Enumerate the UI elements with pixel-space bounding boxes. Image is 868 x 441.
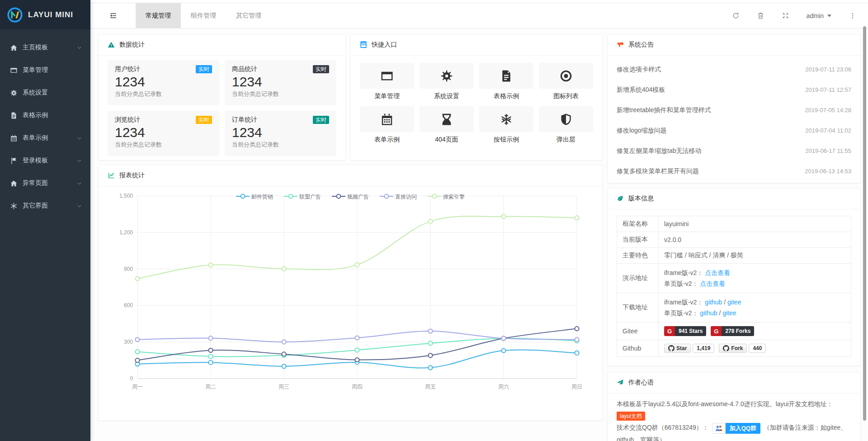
- sidebar-item-table-example[interactable]: 表格示例: [0, 104, 90, 127]
- quick-entry-button-example[interactable]: 按钮示例: [479, 106, 533, 144]
- github-fork-button[interactable]: Fork: [719, 344, 747, 353]
- card-header: 作者心语: [608, 372, 860, 394]
- link-line-prefix: 单页版-v2：: [664, 280, 700, 287]
- author-paragraph: 本模板基于layui2.5.4以及font-awesome-4.7.0进行实现。…: [617, 398, 851, 422]
- version-row-label: 框架名称: [617, 216, 659, 232]
- legend-label: 联盟广告: [299, 193, 321, 201]
- refresh-button[interactable]: [732, 12, 740, 19]
- layuimini-dashboard: LAYUI MINI 主页模板菜单管理系统设置表格示例表单示例登录模板异常页面其…: [0, 0, 868, 441]
- github-star-count[interactable]: 1,419: [693, 344, 714, 353]
- legend-直接访问[interactable]: 直接访问: [380, 193, 417, 201]
- legend-marker-icon: [380, 194, 393, 200]
- notice-date: 2019-06-17 11:55: [805, 147, 851, 154]
- main-content: 数据统计 用户统计实时1234当前分类总记录数商品统计实时1234当前分类总记录…: [90, 28, 868, 441]
- link-点击查看[interactable]: 点击查看: [705, 269, 730, 276]
- version-info-card: 版本信息 框架名称layuimini当前版本v2.0.0主要特色零门槛 / 响应…: [607, 188, 861, 366]
- stat-top: 浏览统计实时: [115, 116, 212, 124]
- link-点击查看[interactable]: 点击查看: [700, 280, 725, 287]
- tab-general[interactable]: 常规管理: [136, 3, 181, 28]
- top-bar: 常规管理组件管理其它管理 admin: [90, 3, 868, 28]
- tab-component[interactable]: 组件管理: [181, 3, 226, 28]
- layui-doc-badge[interactable]: layui文档: [617, 412, 645, 421]
- clear-button[interactable]: [757, 12, 764, 19]
- gear-icon: [440, 69, 453, 83]
- flag-icon: [10, 157, 18, 165]
- menu-fold-icon[interactable]: [90, 3, 136, 28]
- sidebar-item-login-template[interactable]: 登录模板: [0, 149, 90, 172]
- system-notice-card: 系统公告 修改选项卡样式2019-07-11 23:06新增系统404模板201…: [607, 34, 861, 183]
- user-menu[interactable]: admin: [807, 12, 832, 19]
- card-title: 作者心语: [628, 379, 654, 387]
- quick-entry-popup-layer[interactable]: 弹出层: [539, 106, 593, 144]
- quick-tile: [420, 106, 474, 132]
- sidebar-item-other-ui[interactable]: 其它界面: [0, 194, 90, 217]
- more-menu-button[interactable]: [849, 12, 856, 19]
- stat-label: 订单统计: [232, 116, 257, 124]
- version-row-value: v2.0.0: [659, 232, 851, 248]
- file-icon: [500, 69, 513, 83]
- sidebar-item-error-page[interactable]: 异常页面: [0, 172, 90, 194]
- card-header: 报表统计: [99, 165, 602, 186]
- github-fork-count[interactable]: 440: [749, 344, 766, 353]
- version-table-wrap: 框架名称layuimini当前版本v2.0.0主要特色零门槛 / 响应式 / 清…: [608, 209, 860, 363]
- stat-box: 商品统计实时1234当前分类总记录数: [225, 60, 336, 105]
- vertical-scrollbar-thumb[interactable]: [863, 26, 866, 421]
- sidebar-item-form-example[interactable]: 表单示例: [0, 127, 90, 149]
- tab-other[interactable]: 其它管理: [226, 3, 271, 28]
- legend-搜索引擎[interactable]: 搜索引擎: [428, 193, 465, 201]
- legend-marker-icon: [332, 194, 345, 200]
- sidebar-item-menu-manage[interactable]: 菜单管理: [0, 59, 90, 81]
- window-icon: [380, 69, 394, 83]
- chevron-down-icon: [76, 203, 82, 209]
- gitee-badge[interactable]: G941 Stars: [664, 326, 706, 336]
- github-button-label: Star: [676, 345, 687, 351]
- quick-entry-icon-list[interactable]: 图标列表: [539, 63, 593, 100]
- link-line-prefix: iframe版-v2：: [664, 269, 705, 276]
- quick-tile: [479, 63, 533, 89]
- quick-entry-system-setting[interactable]: 系统设置: [420, 63, 474, 100]
- link-line-prefix: iframe版-v2：: [664, 299, 705, 306]
- gitee-badge[interactable]: G278 Forks: [711, 326, 754, 336]
- version-row: 演示地址iframe版-v2： 点击查看单页版-v2： 点击查看: [617, 264, 851, 293]
- join-qq-group-button[interactable]: 加入QQ群: [712, 423, 760, 434]
- link-gitee[interactable]: gitee: [727, 299, 741, 306]
- quick-entry-form-example[interactable]: 表单示例: [360, 106, 414, 144]
- app-logo[interactable]: LAYUI MINI: [0, 0, 90, 29]
- chevron-down-icon: [76, 180, 82, 186]
- notice-text: 修改选项卡样式: [617, 66, 661, 74]
- notice-text: 新增treetable插件和菜单管理样式: [617, 106, 711, 114]
- sidebar-item-home-template[interactable]: 主页模板: [0, 36, 90, 59]
- version-row: 主要特色零门槛 / 响应式 / 清爽 / 极简: [617, 248, 851, 264]
- quick-entry-page-404[interactable]: 404页面: [420, 106, 474, 144]
- stat-desc: 当前分类总记录数: [115, 141, 212, 148]
- svg-text:周三: 周三: [278, 384, 289, 390]
- realtime-badge: 实时: [196, 116, 212, 124]
- qq-people-icon: [712, 423, 726, 434]
- link-github[interactable]: github: [700, 309, 717, 317]
- github-star-button[interactable]: Star: [664, 344, 691, 353]
- link-separator: /: [717, 309, 723, 317]
- fullscreen-button[interactable]: [782, 12, 789, 19]
- version-row-label: 当前版本: [617, 232, 659, 248]
- notice-item: 修改选项卡样式2019-07-11 23:06: [617, 59, 851, 80]
- link-line: 单页版-v2： github / gitee: [664, 308, 845, 318]
- legend-label: 直接访问: [395, 193, 417, 201]
- sidebar-item-system-setting[interactable]: 系统设置: [0, 81, 90, 104]
- version-row-value: G941 StarsG278 Forks: [659, 322, 851, 340]
- link-gitee[interactable]: gitee: [722, 309, 736, 317]
- line-chart: 03006009001,2001,500周一周二周三周四周五周六周日: [99, 187, 602, 420]
- chart-legend: 邮件营销联盟广告视频广告直接访问搜索引擎: [99, 193, 602, 201]
- stat-box: 订单统计实时1234当前分类总记录数: [225, 111, 336, 156]
- stat-label: 用户统计: [115, 65, 140, 73]
- legend-联盟广告[interactable]: 联盟广告: [284, 193, 321, 201]
- link-github[interactable]: github: [705, 299, 722, 306]
- layui-logo-icon: [6, 6, 24, 24]
- notice-item: 新增treetable插件和菜单管理样式2019-07-05 14:28: [617, 100, 851, 120]
- legend-视频广告[interactable]: 视频广告: [332, 193, 369, 201]
- version-row-label: 主要特色: [617, 248, 659, 264]
- legend-邮件营销[interactable]: 邮件营销: [236, 193, 273, 201]
- quick-entry-table-example[interactable]: 表格示例: [479, 63, 533, 100]
- version-row-value: 零门槛 / 响应式 / 清爽 / 极简: [659, 248, 851, 264]
- stat-box: 浏览统计实时1234当前分类总记录数: [108, 111, 219, 156]
- quick-entry-menu-manage[interactable]: 菜单管理: [360, 63, 414, 100]
